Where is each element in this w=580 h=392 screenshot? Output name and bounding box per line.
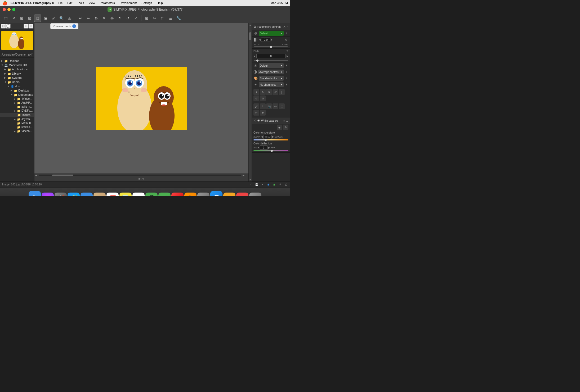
toolbar-btn-2[interactable]: ↗: [10, 15, 17, 22]
tool-icon-cross[interactable]: ✕: [266, 89, 272, 95]
tree-item-macintosh-hd[interactable]: ▼ 💻 Macintosh HD: [0, 63, 34, 67]
dock-sigma[interactable]: Σ: [236, 193, 248, 196]
rp-expand-btn[interactable]: ≡: [287, 25, 288, 29]
maximize-button[interactable]: [12, 8, 15, 11]
toolbar-btn-zoom[interactable]: 🔍: [58, 15, 65, 22]
tool-icon-scissors[interactable]: ✂: [253, 110, 259, 116]
dock-messages[interactable]: 💬: [145, 193, 158, 196]
tool-icon-frame[interactable]: ⬚: [279, 103, 285, 109]
toolbar-btn-3[interactable]: ⊞: [18, 15, 25, 22]
tool-icon-dropper[interactable]: ⌇: [260, 103, 266, 109]
status-check[interactable]: ✓: [249, 183, 253, 187]
menu-edit[interactable]: Edit: [66, 1, 73, 4]
tool-icon-brush[interactable]: 🖌: [253, 103, 259, 109]
dock-finder[interactable]: 🗂: [29, 191, 41, 196]
v-scroll-up[interactable]: ▲: [249, 23, 252, 27]
tree-item-joyoshare[interactable]: ▶ 📁 Joyoshare Media: [0, 117, 34, 121]
preset-add-btn[interactable]: +: [285, 31, 288, 35]
dock-safari[interactable]: 🧭: [68, 193, 80, 196]
wb-auto-icon[interactable]: ◈: [277, 125, 282, 130]
toolbar-btn-6[interactable]: ▣: [42, 15, 49, 22]
toolbar-edit-2[interactable]: ✕: [100, 15, 108, 22]
tree-item-images[interactable]: 📁 Images: [0, 113, 34, 117]
contrast-add-btn[interactable]: +: [285, 70, 288, 74]
menu-development[interactable]: Development: [119, 1, 138, 4]
toolbar-btn-1[interactable]: ⬚: [2, 15, 10, 22]
menu-view[interactable]: View: [88, 1, 96, 4]
sharpness-add-btn[interactable]: +: [285, 83, 288, 86]
defl-value[interactable]: 3: [260, 145, 268, 150]
tree-item-dmx[interactable]: ▼ 👤 dmx: [0, 84, 34, 88]
dock-books[interactable]: 📚: [184, 193, 197, 196]
wb-scroll-up[interactable]: ▲: [286, 119, 288, 122]
tree-item-system[interactable]: ▶ 📁 System: [0, 76, 34, 80]
menu-tools[interactable]: Tools: [76, 1, 85, 4]
status-print[interactable]: 🖨: [284, 183, 288, 187]
exposure-settings-icon[interactable]: ⚙: [284, 38, 288, 42]
toolbar-edit-6[interactable]: ✓: [132, 15, 140, 22]
contrast-dropdown[interactable]: Average contrast ▼: [258, 70, 284, 74]
hdr-right-arrow[interactable]: ▶: [287, 55, 288, 57]
v-scrollbar[interactable]: ▲ ▼: [248, 23, 252, 181]
panel-btn-2[interactable]: 💬: [6, 24, 11, 29]
toolbar-nav-4[interactable]: ≣: [167, 15, 174, 22]
toolbar-btn-4[interactable]: ⊡: [26, 15, 33, 22]
menu-file[interactable]: File: [57, 1, 64, 4]
toolbar-nav-3[interactable]: ⬚: [159, 15, 166, 22]
dock-calendar[interactable]: 📅: [106, 193, 119, 196]
exp-right-arrow[interactable]: ▶: [271, 38, 273, 41]
scroll-track[interactable]: [39, 175, 241, 176]
tree-item-desktop-dmx[interactable]: ▶ 📁 Desktop: [0, 88, 34, 93]
hdr-slider[interactable]: [254, 60, 288, 61]
status-cancel[interactable]: ✕: [260, 183, 265, 187]
tree-item-applications[interactable]: ▶ 📁 Applications: [0, 67, 34, 71]
tone-dropdown[interactable]: Default ▼: [259, 63, 284, 68]
temp-right-arrow[interactable]: ▶: [272, 135, 274, 138]
menu-help[interactable]: Help: [156, 1, 164, 4]
tool-icon-redo[interactable]: ↻: [260, 110, 266, 116]
dock-silkypix[interactable]: JP: [210, 191, 222, 196]
status-color-2[interactable]: ◉: [272, 183, 276, 187]
defl-left-arrow[interactable]: ◀: [257, 146, 259, 149]
scroll-left-arrow[interactable]: ◀: [34, 174, 38, 177]
defl-right-arrow[interactable]: ▶: [268, 146, 270, 149]
status-undo[interactable]: ↺: [278, 183, 282, 187]
hdr-value[interactable]: 0: [256, 54, 285, 58]
dock-reminders[interactable]: ☑: [132, 193, 145, 196]
close-button[interactable]: [3, 8, 6, 11]
preset-dropdown[interactable]: Default ▼: [259, 31, 284, 36]
v-scroll-down[interactable]: ▼: [249, 178, 252, 181]
toolbar-undo[interactable]: ↩: [77, 15, 84, 22]
tool-icon-parallel[interactable]: ∥: [279, 89, 285, 95]
toolbar-redo[interactable]: ↪: [84, 15, 92, 22]
dock-siri[interactable]: ◎: [42, 193, 54, 196]
temp-left-arrow[interactable]: ◀: [261, 135, 263, 138]
exposure-value[interactable]: 0.0: [261, 38, 270, 42]
toolbar-edit-4[interactable]: ↻: [116, 15, 124, 22]
dock-sysprefs[interactable]: ⚙: [197, 193, 209, 196]
dock-facetime[interactable]: 📹: [158, 193, 171, 196]
scroll-right-arrow[interactable]: ▶: [242, 174, 245, 177]
panel-btn-1[interactable]: ⊟: [1, 24, 6, 29]
status-color-1[interactable]: ◉: [266, 183, 270, 187]
tree-item-untitled[interactable]: 📁 untitled folder: [0, 125, 34, 129]
hdr-expand[interactable]: ▼: [286, 50, 288, 52]
tool-icon-pen2[interactable]: ✏: [273, 103, 278, 109]
tool-icon-sun[interactable]: ☀: [253, 89, 259, 95]
tone-add-btn[interactable]: +: [285, 64, 288, 67]
panel-close[interactable]: ✕: [28, 24, 33, 29]
toolbar-nav-2[interactable]: ✂: [151, 15, 158, 22]
rp-close-btn[interactable]: ✕: [283, 25, 286, 29]
dock-music[interactable]: ♫: [171, 193, 184, 196]
dock-notes[interactable]: 📝: [119, 193, 132, 196]
toolbar-btn-5[interactable]: □: [34, 15, 41, 22]
toolbar-edit-5[interactable]: ↺: [124, 15, 132, 22]
thumbnail-preview[interactable]: [1, 31, 33, 50]
tree-item-aplle[interactable]: 📁 aplle music: [0, 105, 34, 109]
hdr-left-arrow[interactable]: ◀: [253, 55, 255, 57]
file-path-refresh[interactable]: ↺: [30, 53, 33, 56]
wb-close-icon[interactable]: ✕: [253, 119, 256, 122]
dock-trash[interactable]: 🗑: [249, 193, 261, 196]
exposure-thumb[interactable]: [270, 46, 272, 48]
exp-left-arrow[interactable]: ◀: [259, 38, 261, 41]
